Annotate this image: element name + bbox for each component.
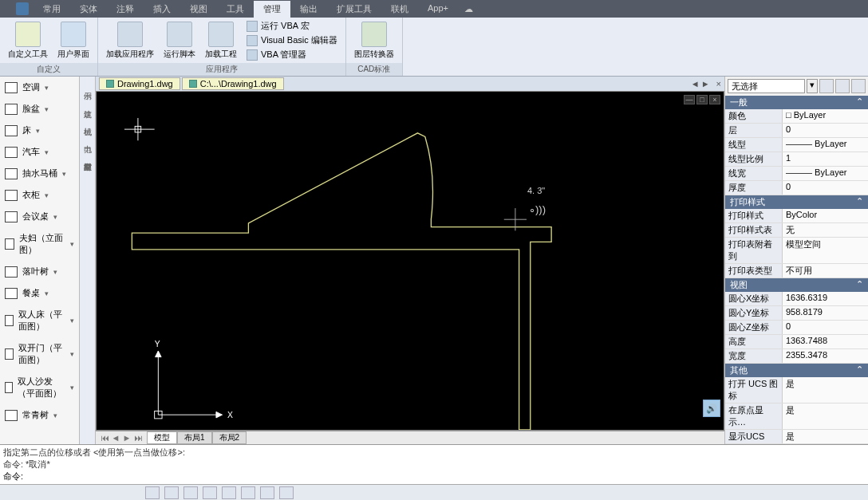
collapse-icon[interactable]: ⌃ bbox=[856, 196, 863, 208]
osnap-toggle[interactable] bbox=[222, 486, 236, 499]
prop-section-header[interactable]: 一般⌃ bbox=[725, 96, 868, 109]
prop-row[interactable]: 打印表类型不可用 bbox=[725, 264, 868, 278]
prop-row[interactable]: 颜色ByLayer bbox=[725, 109, 868, 124]
prop-value[interactable]: 是 bbox=[783, 404, 868, 429]
collapse-icon[interactable]: ⌃ bbox=[856, 279, 863, 291]
ortho-toggle[interactable] bbox=[183, 486, 198, 499]
prop-value[interactable]: 模型空间 bbox=[783, 238, 868, 263]
menu-管理[interactable]: 管理 bbox=[254, 1, 290, 18]
prop-section-header[interactable]: 其他⌃ bbox=[725, 364, 868, 377]
palette-item[interactable]: 汽车▾ bbox=[0, 141, 79, 163]
lwt-toggle[interactable] bbox=[260, 486, 274, 499]
collapse-icon[interactable]: ⌃ bbox=[856, 96, 863, 108]
prop-value[interactable]: 0 bbox=[783, 124, 868, 137]
load-project-button[interactable]: 加载工程 bbox=[202, 20, 240, 61]
user-interface-button[interactable]: 用户界面 bbox=[54, 20, 93, 61]
prop-row[interactable]: 圆心X坐标1636.6319 bbox=[725, 292, 868, 306]
prop-value[interactable]: 2355.3478 bbox=[783, 349, 868, 363]
tab-nav-right-icon[interactable]: ► bbox=[701, 79, 710, 89]
prop-value[interactable]: ByLayer bbox=[783, 109, 868, 123]
palette-item[interactable]: 双人沙发（平面图）▾ bbox=[0, 371, 79, 404]
layout-tab[interactable]: 布局1 bbox=[177, 431, 212, 444]
prop-row[interactable]: 线宽——— ByLayer bbox=[725, 167, 868, 181]
prop-value[interactable]: ——— ByLayer bbox=[783, 167, 868, 180]
dropdown-icon[interactable]: ▾ bbox=[807, 79, 818, 93]
command-input[interactable] bbox=[26, 472, 865, 482]
prop-value[interactable]: 958.8179 bbox=[783, 306, 868, 320]
prop-row[interactable]: 显示UCS是 bbox=[725, 430, 868, 444]
prop-value[interactable]: 1636.6319 bbox=[783, 292, 868, 305]
collapse-icon[interactable]: ⌃ bbox=[856, 364, 863, 376]
palette-item[interactable]: 衣柜▾ bbox=[0, 184, 79, 206]
layout-next-icon[interactable]: ► bbox=[121, 433, 132, 443]
palette-item[interactable]: 脸盆▾ bbox=[0, 98, 79, 120]
menu-联机[interactable]: 联机 bbox=[381, 1, 418, 18]
palette-item[interactable]: 落叶树▾ bbox=[0, 261, 79, 282]
run-script-button[interactable]: 运行脚本 bbox=[160, 20, 199, 61]
selection-filter-select[interactable]: 无选择 bbox=[728, 79, 805, 93]
audio-icon[interactable]: 🔊 bbox=[703, 400, 720, 417]
prop-row[interactable]: 打印表附着到模型空间 bbox=[725, 238, 868, 264]
prop-row[interactable]: 打印样式表无 bbox=[725, 223, 868, 238]
cloud-icon[interactable]: ☁ bbox=[464, 4, 473, 14]
vba-manager-button[interactable]: VBA 管理器 bbox=[243, 48, 341, 61]
prop-row[interactable]: 圆心Y坐标958.8179 bbox=[725, 306, 868, 321]
menu-实体[interactable]: 实体 bbox=[70, 1, 107, 18]
palette-item[interactable]: 夫妇（立面图）▾ bbox=[0, 227, 79, 261]
prop-value[interactable]: 是 bbox=[783, 430, 868, 443]
menu-扩展工具[interactable]: 扩展工具 bbox=[327, 1, 381, 18]
vb-editor-button[interactable]: Visual Basic 编辑器 bbox=[243, 33, 341, 47]
prop-row[interactable]: 圆心Z坐标0 bbox=[725, 321, 868, 335]
palette-item[interactable]: 双开门（平面图）▾ bbox=[0, 337, 79, 371]
prop-value[interactable]: 无 bbox=[783, 223, 868, 237]
quick-select-button[interactable] bbox=[819, 79, 834, 93]
palette-item[interactable]: 抽水马桶▾ bbox=[0, 163, 79, 184]
layout-last-icon[interactable]: ⏭ bbox=[132, 433, 144, 443]
layout-tab[interactable]: 布局2 bbox=[212, 431, 247, 444]
prop-value[interactable]: 0 bbox=[783, 321, 868, 334]
menu-App+[interactable]: App+ bbox=[418, 1, 458, 18]
prop-row[interactable]: 厚度0 bbox=[725, 181, 868, 195]
prop-value[interactable]: 1 bbox=[783, 152, 868, 166]
prop-value[interactable]: ——— ByLayer bbox=[783, 138, 868, 152]
dyn-toggle[interactable] bbox=[279, 486, 294, 499]
prop-row[interactable]: 高度1363.7488 bbox=[725, 335, 868, 349]
menu-注释[interactable]: 注释 bbox=[107, 1, 144, 18]
palette-item[interactable]: 会议桌▾ bbox=[0, 206, 79, 227]
drawing-canvas[interactable]: — □ × bbox=[96, 91, 724, 431]
prop-value[interactable]: 1363.7488 bbox=[783, 335, 868, 348]
palette-item[interactable]: 空调▾ bbox=[0, 77, 79, 98]
layout-first-icon[interactable]: ⏮ bbox=[99, 433, 110, 443]
palette-item[interactable]: 餐桌▾ bbox=[0, 282, 79, 304]
polar-toggle[interactable] bbox=[203, 486, 217, 499]
prop-row[interactable]: 宽度2355.3478 bbox=[725, 349, 868, 364]
prop-value[interactable]: 是 bbox=[783, 377, 868, 403]
prop-section-header[interactable]: 视图⌃ bbox=[725, 278, 868, 292]
pick-add-button[interactable] bbox=[835, 79, 850, 93]
menu-工具[interactable]: 工具 bbox=[217, 1, 254, 18]
prop-value[interactable]: ByColor bbox=[783, 209, 868, 222]
snap-toggle[interactable] bbox=[145, 486, 160, 499]
file-tab[interactable]: C:\...\Drawing1.dwg bbox=[182, 77, 284, 90]
otrack-toggle[interactable] bbox=[241, 486, 255, 499]
palette-item[interactable]: 双人床（平面图）▾ bbox=[0, 304, 79, 337]
palette-item[interactable]: 常青树▾ bbox=[0, 404, 79, 426]
layout-tab[interactable]: 模型 bbox=[147, 431, 177, 444]
file-tab[interactable]: Drawing1.dwg bbox=[99, 77, 180, 90]
vstrip-tab[interactable]: 建筑 bbox=[81, 100, 94, 107]
grid-toggle[interactable] bbox=[164, 486, 179, 499]
menu-常用[interactable]: 常用 bbox=[34, 1, 70, 18]
menu-视图[interactable]: 视图 bbox=[180, 1, 217, 18]
prop-row[interactable]: 打开 UCS 图标是 bbox=[725, 377, 868, 404]
vstrip-tab[interactable]: 电力 bbox=[81, 136, 94, 142]
palette-item[interactable]: 床▾ bbox=[0, 120, 79, 141]
prop-row[interactable]: 层0 bbox=[725, 124, 868, 138]
vstrip-tab[interactable]: 示例 bbox=[81, 83, 94, 89]
load-app-button[interactable]: 加载应用程序 bbox=[103, 20, 157, 61]
layer-converter-button[interactable]: 图层转换器 bbox=[351, 20, 397, 61]
prop-section-header[interactable]: 打印样式⌃ bbox=[725, 195, 868, 209]
prop-row[interactable]: 在原点显示…是 bbox=[725, 404, 868, 430]
vstrip-tab[interactable]: 模型空间对象 bbox=[81, 153, 94, 159]
prop-row[interactable]: 线型比例1 bbox=[725, 152, 868, 167]
prop-row[interactable]: 打印样式ByColor bbox=[725, 209, 868, 223]
